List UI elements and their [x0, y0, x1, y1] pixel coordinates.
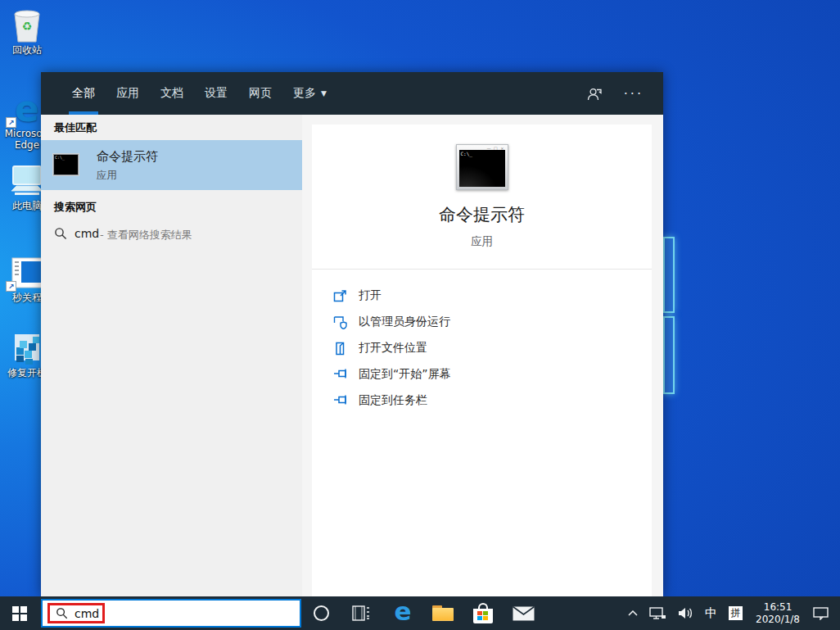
- taskbar: e: [0, 596, 840, 630]
- result-preview-pane: — □ × C:\_ 命令提示符 应用 打开 以管理员身: [312, 125, 652, 596]
- more-options-icon[interactable]: ...: [624, 86, 644, 101]
- web-suffix-text: - 查看网络搜索结果: [100, 228, 192, 242]
- tab-web[interactable]: 网页: [238, 72, 282, 115]
- file-explorer-icon: [432, 605, 454, 621]
- volume-icon: [678, 607, 693, 619]
- action-label: 固定到“开始”屏幕: [359, 367, 451, 382]
- cmd-terminal-icon: C:\_: [52, 153, 79, 176]
- search-icon: [54, 227, 67, 240]
- shortcut-arrow-icon: ↗: [6, 281, 16, 292]
- result-web-search[interactable]: cmd - 查看网络搜索结果: [41, 220, 302, 249]
- pin-icon: [333, 394, 347, 408]
- best-match-header: 最佳匹配: [54, 120, 97, 135]
- taskbar-search-box[interactable]: [41, 599, 301, 628]
- svg-text:♻: ♻: [22, 20, 33, 33]
- task-view-button[interactable]: [341, 596, 381, 630]
- mail-button[interactable]: [504, 596, 543, 630]
- desktop: ♻ 回收站 e ↗ Microsoft Edge 此电脑: [0, 0, 840, 630]
- edge-icon: e: [394, 599, 411, 624]
- tray-time: 16:51: [764, 601, 793, 614]
- file-location-icon: [333, 342, 347, 356]
- preview-app-subtitle: 应用: [471, 234, 493, 249]
- action-pin-to-taskbar[interactable]: 固定到任务栏: [333, 388, 652, 414]
- cortana-icon: [314, 605, 329, 621]
- ime-language-label: 中: [705, 605, 717, 621]
- wallpaper-logo-pane: [663, 316, 675, 394]
- desktop-icon-label: 回收站: [1, 44, 53, 56]
- web-query-text: cmd: [75, 227, 99, 240]
- store-icon: [473, 609, 493, 623]
- store-tile: [477, 611, 482, 615]
- ime-mode-button[interactable]: 拼: [723, 596, 748, 630]
- tab-more[interactable]: 更多▼: [282, 72, 337, 115]
- tab-all[interactable]: 全部: [61, 72, 106, 115]
- action-open[interactable]: 打开: [333, 283, 652, 309]
- preview-app-title: 命令提示符: [439, 203, 525, 226]
- action-run-as-admin[interactable]: 以管理员身份运行: [333, 309, 652, 335]
- admin-shield-icon: [333, 315, 347, 329]
- edge-taskbar-button[interactable]: e: [383, 596, 422, 630]
- cmd-terminal-large-icon: — □ × C:\_: [456, 144, 508, 190]
- start-button[interactable]: [0, 596, 39, 630]
- network-icon: [649, 607, 666, 620]
- file-explorer-button[interactable]: [423, 596, 463, 630]
- desktop-icon-recycle-bin[interactable]: ♻ 回收站: [1, 7, 53, 56]
- cortana-button[interactable]: [301, 596, 341, 630]
- shortcut-arrow-icon: ↗: [6, 117, 16, 128]
- tray-date: 2020/1/8: [756, 614, 800, 626]
- action-list: 打开 以管理员身份运行 打开文件位置: [312, 270, 652, 414]
- windows-logo-icon: [12, 606, 27, 621]
- ime-language-button[interactable]: 中: [699, 596, 723, 630]
- tab-documents[interactable]: 文档: [150, 72, 194, 115]
- chevron-down-icon: ▼: [321, 89, 327, 97]
- search-filter-tabs: 全部 应用 文档 设置 网页 更多▼: [61, 72, 337, 115]
- open-icon: [333, 289, 347, 303]
- action-pin-to-start[interactable]: 固定到“开始”屏幕: [333, 361, 652, 388]
- search-results-pane: 最佳匹配 C:\_ 命令提示符 应用 搜索网页 cmd - 查看网络搜索结果: [41, 115, 302, 596]
- action-open-file-location[interactable]: 打开文件位置: [333, 335, 652, 361]
- action-label: 打开文件位置: [359, 341, 427, 356]
- action-label: 打开: [359, 288, 382, 303]
- ime-mode-label: 拼: [729, 606, 743, 620]
- desktop-icon-label: Edge: [15, 139, 39, 151]
- network-status-button[interactable]: [644, 596, 672, 630]
- clock[interactable]: 16:51 2020/1/8: [748, 596, 807, 630]
- mail-icon: [513, 606, 535, 621]
- result-title: 命令提示符: [97, 149, 158, 165]
- tab-settings[interactable]: 设置: [194, 72, 238, 115]
- action-label: 固定到任务栏: [359, 393, 427, 408]
- chevron-up-icon: [628, 610, 638, 616]
- search-filter-bar: 全部 应用 文档 设置 网页 更多▼ ...: [41, 72, 663, 115]
- action-center-button[interactable]: [807, 596, 840, 630]
- pin-icon: [333, 368, 347, 382]
- recycle-bin-icon: ♻: [1, 7, 53, 44]
- action-center-icon: [813, 607, 829, 620]
- tab-apps[interactable]: 应用: [106, 72, 150, 115]
- action-label: 以管理员身份运行: [359, 315, 450, 329]
- volume-button[interactable]: [672, 596, 699, 630]
- search-flyout-panel: 全部 应用 文档 设置 网页 更多▼ ... 最佳匹配: [41, 72, 663, 596]
- annotation-highlight-box: [47, 603, 105, 623]
- store-button[interactable]: [463, 596, 503, 630]
- task-view-icon: [352, 605, 370, 621]
- account-icon[interactable]: [587, 87, 603, 101]
- result-command-prompt[interactable]: C:\_ 命令提示符 应用: [41, 140, 302, 190]
- tray-overflow-button[interactable]: [622, 596, 644, 630]
- result-subtitle: 应用: [97, 169, 117, 183]
- wallpaper-logo-pane: [663, 237, 675, 313]
- search-web-header: 搜索网页: [54, 200, 97, 215]
- system-tray: 中 拼 16:51 2020/1/8: [622, 596, 840, 630]
